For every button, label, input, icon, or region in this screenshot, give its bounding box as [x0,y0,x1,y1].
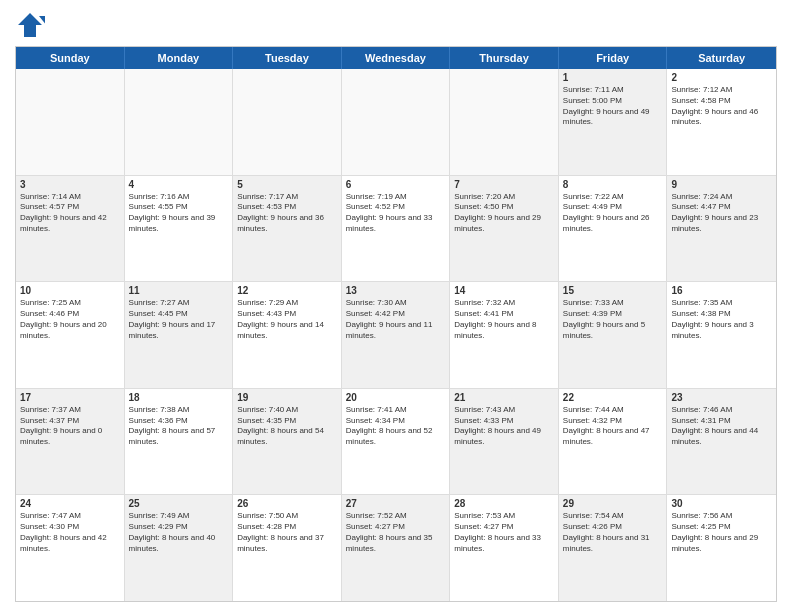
day-detail: Sunrise: 7:43 AM Sunset: 4:33 PM Dayligh… [454,405,554,448]
svg-marker-1 [39,16,45,24]
empty-cell-0-4 [450,69,559,175]
day-number: 4 [129,179,229,190]
day-detail: Sunrise: 7:40 AM Sunset: 4:35 PM Dayligh… [237,405,337,448]
day-cell-30: 30Sunrise: 7:56 AM Sunset: 4:25 PM Dayli… [667,495,776,601]
day-number: 29 [563,498,663,509]
day-cell-28: 28Sunrise: 7:53 AM Sunset: 4:27 PM Dayli… [450,495,559,601]
day-detail: Sunrise: 7:16 AM Sunset: 4:55 PM Dayligh… [129,192,229,235]
day-detail: Sunrise: 7:35 AM Sunset: 4:38 PM Dayligh… [671,298,772,341]
weekday-header-thursday: Thursday [450,47,559,69]
day-cell-10: 10Sunrise: 7:25 AM Sunset: 4:46 PM Dayli… [16,282,125,388]
day-detail: Sunrise: 7:46 AM Sunset: 4:31 PM Dayligh… [671,405,772,448]
day-number: 19 [237,392,337,403]
day-detail: Sunrise: 7:22 AM Sunset: 4:49 PM Dayligh… [563,192,663,235]
calendar-row-4: 24Sunrise: 7:47 AM Sunset: 4:30 PM Dayli… [16,495,776,601]
day-detail: Sunrise: 7:32 AM Sunset: 4:41 PM Dayligh… [454,298,554,341]
day-cell-4: 4Sunrise: 7:16 AM Sunset: 4:55 PM Daylig… [125,176,234,282]
weekday-header-saturday: Saturday [667,47,776,69]
day-detail: Sunrise: 7:53 AM Sunset: 4:27 PM Dayligh… [454,511,554,554]
calendar-row-1: 3Sunrise: 7:14 AM Sunset: 4:57 PM Daylig… [16,176,776,283]
day-number: 14 [454,285,554,296]
day-cell-9: 9Sunrise: 7:24 AM Sunset: 4:47 PM Daylig… [667,176,776,282]
weekday-header-wednesday: Wednesday [342,47,451,69]
logo [15,10,49,40]
day-number: 22 [563,392,663,403]
day-cell-7: 7Sunrise: 7:20 AM Sunset: 4:50 PM Daylig… [450,176,559,282]
day-detail: Sunrise: 7:56 AM Sunset: 4:25 PM Dayligh… [671,511,772,554]
day-number: 7 [454,179,554,190]
day-detail: Sunrise: 7:41 AM Sunset: 4:34 PM Dayligh… [346,405,446,448]
calendar: SundayMondayTuesdayWednesdayThursdayFrid… [15,46,777,602]
day-number: 10 [20,285,120,296]
day-cell-15: 15Sunrise: 7:33 AM Sunset: 4:39 PM Dayli… [559,282,668,388]
page: SundayMondayTuesdayWednesdayThursdayFrid… [0,0,792,612]
day-number: 15 [563,285,663,296]
day-cell-11: 11Sunrise: 7:27 AM Sunset: 4:45 PM Dayli… [125,282,234,388]
day-cell-5: 5Sunrise: 7:17 AM Sunset: 4:53 PM Daylig… [233,176,342,282]
day-number: 1 [563,72,663,83]
day-detail: Sunrise: 7:27 AM Sunset: 4:45 PM Dayligh… [129,298,229,341]
weekday-header-friday: Friday [559,47,668,69]
day-detail: Sunrise: 7:50 AM Sunset: 4:28 PM Dayligh… [237,511,337,554]
day-number: 24 [20,498,120,509]
day-cell-17: 17Sunrise: 7:37 AM Sunset: 4:37 PM Dayli… [16,389,125,495]
calendar-header: SundayMondayTuesdayWednesdayThursdayFrid… [16,47,776,69]
day-detail: Sunrise: 7:24 AM Sunset: 4:47 PM Dayligh… [671,192,772,235]
empty-cell-0-3 [342,69,451,175]
day-detail: Sunrise: 7:52 AM Sunset: 4:27 PM Dayligh… [346,511,446,554]
day-cell-16: 16Sunrise: 7:35 AM Sunset: 4:38 PM Dayli… [667,282,776,388]
day-detail: Sunrise: 7:17 AM Sunset: 4:53 PM Dayligh… [237,192,337,235]
calendar-row-3: 17Sunrise: 7:37 AM Sunset: 4:37 PM Dayli… [16,389,776,496]
day-detail: Sunrise: 7:38 AM Sunset: 4:36 PM Dayligh… [129,405,229,448]
empty-cell-0-0 [16,69,125,175]
day-number: 11 [129,285,229,296]
day-detail: Sunrise: 7:37 AM Sunset: 4:37 PM Dayligh… [20,405,120,448]
day-cell-22: 22Sunrise: 7:44 AM Sunset: 4:32 PM Dayli… [559,389,668,495]
day-cell-18: 18Sunrise: 7:38 AM Sunset: 4:36 PM Dayli… [125,389,234,495]
day-detail: Sunrise: 7:33 AM Sunset: 4:39 PM Dayligh… [563,298,663,341]
day-cell-8: 8Sunrise: 7:22 AM Sunset: 4:49 PM Daylig… [559,176,668,282]
day-number: 9 [671,179,772,190]
day-cell-12: 12Sunrise: 7:29 AM Sunset: 4:43 PM Dayli… [233,282,342,388]
calendar-row-0: 1Sunrise: 7:11 AM Sunset: 5:00 PM Daylig… [16,69,776,176]
day-detail: Sunrise: 7:54 AM Sunset: 4:26 PM Dayligh… [563,511,663,554]
svg-marker-0 [18,13,42,37]
day-number: 5 [237,179,337,190]
day-detail: Sunrise: 7:20 AM Sunset: 4:50 PM Dayligh… [454,192,554,235]
day-cell-23: 23Sunrise: 7:46 AM Sunset: 4:31 PM Dayli… [667,389,776,495]
day-cell-2: 2Sunrise: 7:12 AM Sunset: 4:58 PM Daylig… [667,69,776,175]
day-number: 30 [671,498,772,509]
calendar-body: 1Sunrise: 7:11 AM Sunset: 5:00 PM Daylig… [16,69,776,601]
day-cell-25: 25Sunrise: 7:49 AM Sunset: 4:29 PM Dayli… [125,495,234,601]
day-cell-14: 14Sunrise: 7:32 AM Sunset: 4:41 PM Dayli… [450,282,559,388]
day-cell-6: 6Sunrise: 7:19 AM Sunset: 4:52 PM Daylig… [342,176,451,282]
day-number: 27 [346,498,446,509]
day-cell-29: 29Sunrise: 7:54 AM Sunset: 4:26 PM Dayli… [559,495,668,601]
day-detail: Sunrise: 7:14 AM Sunset: 4:57 PM Dayligh… [20,192,120,235]
day-detail: Sunrise: 7:47 AM Sunset: 4:30 PM Dayligh… [20,511,120,554]
day-number: 2 [671,72,772,83]
empty-cell-0-2 [233,69,342,175]
day-cell-24: 24Sunrise: 7:47 AM Sunset: 4:30 PM Dayli… [16,495,125,601]
day-number: 21 [454,392,554,403]
day-number: 28 [454,498,554,509]
day-detail: Sunrise: 7:49 AM Sunset: 4:29 PM Dayligh… [129,511,229,554]
day-number: 20 [346,392,446,403]
day-cell-21: 21Sunrise: 7:43 AM Sunset: 4:33 PM Dayli… [450,389,559,495]
calendar-row-2: 10Sunrise: 7:25 AM Sunset: 4:46 PM Dayli… [16,282,776,389]
logo-icon [15,10,45,40]
day-number: 16 [671,285,772,296]
day-detail: Sunrise: 7:11 AM Sunset: 5:00 PM Dayligh… [563,85,663,128]
day-number: 26 [237,498,337,509]
day-number: 23 [671,392,772,403]
day-number: 17 [20,392,120,403]
weekday-header-tuesday: Tuesday [233,47,342,69]
header [15,10,777,40]
day-detail: Sunrise: 7:29 AM Sunset: 4:43 PM Dayligh… [237,298,337,341]
day-number: 8 [563,179,663,190]
weekday-header-sunday: Sunday [16,47,125,69]
day-cell-1: 1Sunrise: 7:11 AM Sunset: 5:00 PM Daylig… [559,69,668,175]
day-cell-26: 26Sunrise: 7:50 AM Sunset: 4:28 PM Dayli… [233,495,342,601]
day-cell-20: 20Sunrise: 7:41 AM Sunset: 4:34 PM Dayli… [342,389,451,495]
day-number: 18 [129,392,229,403]
